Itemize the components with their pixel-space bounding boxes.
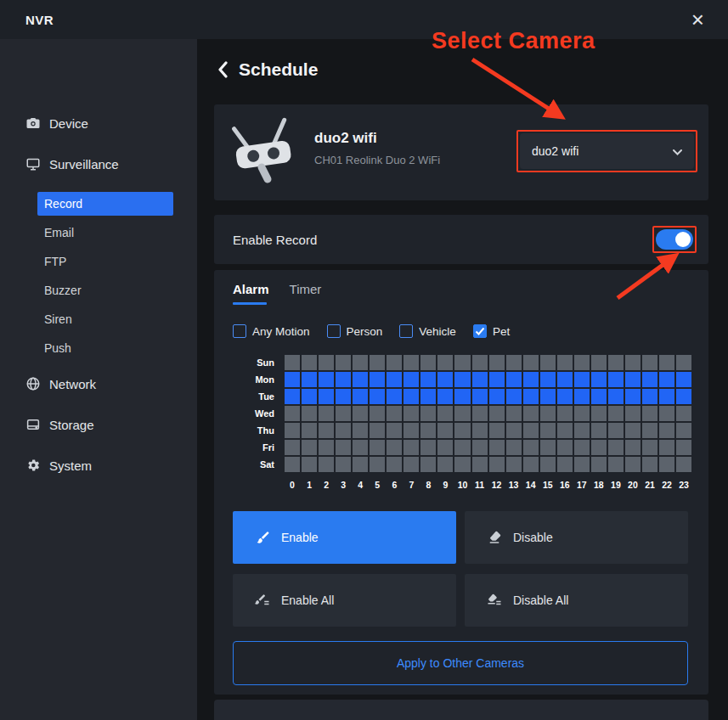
schedule-cell-fri-2[interactable] (319, 440, 334, 455)
schedule-cell-sun-0[interactable] (285, 355, 300, 370)
schedule-cell-sun-13[interactable] (506, 355, 522, 370)
schedule-cell-fri-5[interactable] (370, 440, 385, 455)
schedule-cell-thu-16[interactable] (557, 423, 573, 438)
schedule-cell-sun-19[interactable] (608, 355, 624, 370)
schedule-cell-thu-3[interactable] (336, 423, 351, 438)
checkbox-unchecked-icon[interactable] (327, 324, 341, 338)
schedule-cell-mon-14[interactable] (523, 372, 539, 387)
schedule-cell-sat-1[interactable] (302, 457, 317, 472)
schedule-cell-thu-5[interactable] (370, 423, 385, 438)
schedule-cell-thu-17[interactable] (574, 423, 590, 438)
sidebar-item-device[interactable]: Device (0, 110, 197, 136)
schedule-cell-wed-0[interactable] (285, 406, 300, 421)
schedule-cell-mon-1[interactable] (302, 372, 317, 387)
schedule-cell-fri-9[interactable] (437, 440, 453, 455)
schedule-cell-mon-12[interactable] (489, 372, 505, 387)
schedule-cell-thu-15[interactable] (540, 423, 556, 438)
schedule-cell-sun-14[interactable] (523, 355, 539, 370)
schedule-cell-mon-7[interactable] (404, 372, 419, 387)
schedule-cell-tue-22[interactable] (659, 389, 674, 404)
schedule-cell-fri-0[interactable] (285, 440, 300, 455)
schedule-cell-thu-1[interactable] (302, 423, 317, 438)
schedule-cell-sat-3[interactable] (336, 457, 351, 472)
sidebar-item-surveillance[interactable]: Surveillance (0, 151, 197, 177)
sidebar-item-siren[interactable]: Siren (37, 307, 173, 331)
sidebar-item-record[interactable]: Record (37, 192, 173, 216)
schedule-cell-thu-20[interactable] (625, 423, 641, 438)
detection-checkbox-person[interactable]: Person (327, 324, 383, 338)
schedule-cell-wed-16[interactable] (557, 406, 573, 421)
schedule-cell-fri-3[interactable] (336, 440, 351, 455)
schedule-cell-sat-13[interactable] (506, 457, 522, 472)
schedule-cell-tue-2[interactable] (319, 389, 334, 404)
schedule-cell-tue-19[interactable] (608, 389, 624, 404)
tab-alarm[interactable]: Alarm (233, 282, 269, 305)
schedule-cell-fri-13[interactable] (506, 440, 522, 455)
sidebar-item-ftp[interactable]: FTP (37, 250, 173, 273)
schedule-cell-sat-18[interactable] (591, 457, 607, 472)
schedule-cell-mon-16[interactable] (557, 372, 573, 387)
schedule-cell-thu-0[interactable] (285, 423, 300, 438)
schedule-cell-wed-20[interactable] (625, 406, 641, 421)
schedule-cell-sun-22[interactable] (659, 355, 674, 370)
schedule-cell-fri-16[interactable] (557, 440, 573, 455)
schedule-cell-thu-18[interactable] (591, 423, 607, 438)
schedule-cell-tue-7[interactable] (404, 389, 419, 404)
schedule-cell-sat-10[interactable] (454, 457, 470, 472)
schedule-cell-wed-5[interactable] (370, 406, 385, 421)
detection-checkbox-pet[interactable]: Pet (473, 324, 510, 338)
schedule-cell-thu-13[interactable] (506, 423, 522, 438)
schedule-cell-tue-23[interactable] (676, 389, 691, 404)
schedule-cell-sat-23[interactable] (676, 457, 691, 472)
schedule-cell-tue-3[interactable] (336, 389, 351, 404)
sidebar-item-buzzer[interactable]: Buzzer (37, 278, 173, 302)
schedule-cell-sat-7[interactable] (404, 457, 419, 472)
schedule-cell-wed-3[interactable] (336, 406, 351, 421)
schedule-cell-fri-4[interactable] (353, 440, 368, 455)
schedule-cell-mon-11[interactable] (472, 372, 488, 387)
schedule-cell-sat-21[interactable] (642, 457, 657, 472)
schedule-cell-sun-8[interactable] (420, 355, 436, 370)
schedule-cell-tue-18[interactable] (591, 389, 607, 404)
schedule-cell-sun-9[interactable] (437, 355, 453, 370)
schedule-cell-sun-16[interactable] (557, 355, 573, 370)
schedule-cell-fri-6[interactable] (387, 440, 402, 455)
schedule-cell-mon-3[interactable] (336, 372, 351, 387)
schedule-cell-mon-4[interactable] (353, 372, 368, 387)
schedule-cell-fri-1[interactable] (302, 440, 317, 455)
schedule-cell-mon-19[interactable] (608, 372, 624, 387)
schedule-cell-wed-9[interactable] (437, 406, 453, 421)
sidebar-item-network[interactable]: Network (0, 371, 197, 397)
schedule-cell-sun-15[interactable] (540, 355, 556, 370)
schedule-cell-sun-12[interactable] (489, 355, 505, 370)
schedule-cell-sun-1[interactable] (302, 355, 317, 370)
schedule-cell-tue-8[interactable] (420, 389, 436, 404)
schedule-cell-fri-14[interactable] (523, 440, 539, 455)
schedule-cell-wed-1[interactable] (302, 406, 317, 421)
schedule-cell-wed-19[interactable] (608, 406, 624, 421)
schedule-cell-fri-19[interactable] (608, 440, 624, 455)
schedule-cell-wed-13[interactable] (506, 406, 522, 421)
schedule-cell-wed-21[interactable] (642, 406, 657, 421)
schedule-cell-sun-3[interactable] (336, 355, 351, 370)
schedule-cell-fri-17[interactable] (574, 440, 590, 455)
schedule-cell-wed-22[interactable] (659, 406, 674, 421)
schedule-cell-tue-1[interactable] (302, 389, 317, 404)
checkbox-unchecked-icon[interactable] (399, 324, 413, 338)
sidebar-item-storage[interactable]: Storage (0, 412, 197, 437)
camera-select-dropdown[interactable]: duo2 wifi (520, 133, 694, 169)
schedule-cell-sat-9[interactable] (437, 457, 453, 472)
schedule-cell-tue-6[interactable] (387, 389, 402, 404)
schedule-cell-wed-4[interactable] (353, 406, 368, 421)
schedule-cell-wed-14[interactable] (523, 406, 539, 421)
schedule-cell-fri-11[interactable] (472, 440, 488, 455)
schedule-cell-fri-7[interactable] (404, 440, 419, 455)
disable-all-button[interactable]: Disable All (465, 574, 688, 627)
sidebar-item-system[interactable]: System (0, 453, 197, 478)
schedule-cell-wed-10[interactable] (454, 406, 470, 421)
schedule-cell-sat-16[interactable] (557, 457, 573, 472)
schedule-cell-sun-20[interactable] (625, 355, 641, 370)
schedule-cell-sat-6[interactable] (387, 457, 402, 472)
schedule-cell-tue-12[interactable] (489, 389, 505, 404)
close-icon[interactable]: × (691, 8, 704, 31)
